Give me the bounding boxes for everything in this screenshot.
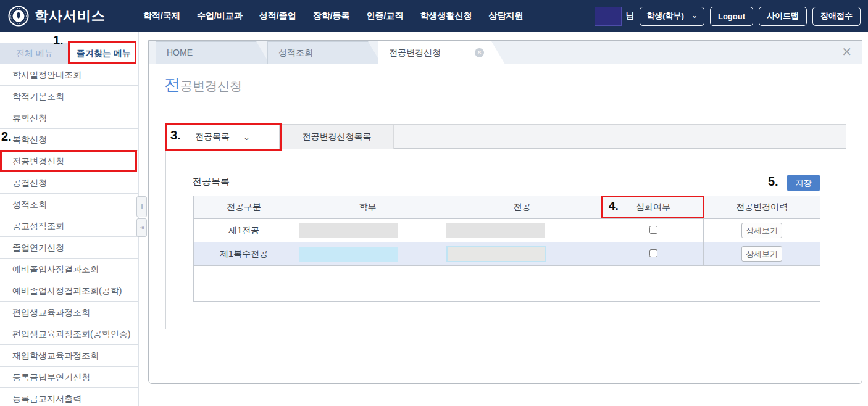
menu-item-saenghwal[interactable]: 학생생활신청 (420, 10, 472, 22)
sidebar-item-record[interactable]: 학적기본조회 (0, 86, 138, 107)
window-tab-home[interactable]: HOME (156, 41, 270, 64)
sidebar-item-pregrad-result[interactable]: 예비졸업사정결과조회 (0, 259, 138, 280)
tab-close-icon[interactable]: ✕ (475, 48, 484, 57)
tab-change-request-label: 전공변경신청목록 (303, 131, 372, 143)
chevron-down-icon: ⌄ (691, 12, 698, 19)
cell-history: 상세보기 (704, 219, 820, 242)
detail-view-button[interactable]: 상세보기 (741, 223, 782, 238)
advanced-checkbox[interactable] (649, 249, 657, 257)
role-select-value: 학생(학부) (646, 10, 684, 22)
annotation-number-5: 5. (768, 175, 778, 189)
menu-item-hakjeok[interactable]: 학적/국제 (143, 10, 180, 22)
app-title: 학사서비스 (35, 7, 106, 25)
cell-category: 제1복수전공 (194, 242, 294, 266)
cell-category: 제1전공 (194, 219, 294, 242)
sidebar-item-grades[interactable]: 성적조회 (0, 194, 138, 215)
university-emblem-icon (8, 6, 29, 27)
menu-item-janghak[interactable]: 장학/등록 (313, 10, 350, 22)
sidebar-item-posted-grades[interactable]: 공고성적조회 (0, 215, 138, 237)
chevron-down-icon: ⌄ (243, 133, 250, 142)
tab-change-request-list[interactable]: 전공변경신청목록 (280, 125, 394, 149)
sidebar-menu: 학사일정안내조회 학적기본조회 휴학신청 복학신청 전공변경신청 공결신청 성적… (0, 64, 138, 406)
annotation-number-3: 3. (170, 128, 181, 143)
logout-button[interactable]: Logout (710, 7, 753, 26)
menu-item-sueop[interactable]: 수업/비교과 (197, 10, 243, 22)
sidebar-item-tuition-bill[interactable]: 등록금고지서출력 (0, 388, 138, 406)
window-tab-major-change[interactable]: 전공변경신청 ✕ (378, 41, 505, 64)
table-header-row: 전공구분 학부 전공 심화여부 전공변경이력 (194, 196, 820, 219)
brand: 학사서비스 (0, 6, 143, 27)
sidebar-item-pregrad-result-eng[interactable]: 예비졸업사정결과조회(공학) (0, 280, 138, 302)
sidebar-item-grad-defer[interactable]: 졸업연기신청 (0, 237, 138, 259)
user-name-redacted (595, 7, 622, 26)
main-content-window: HOME 성적조회 전공변경신청 ✕ ✕ 전공변경신청 전공목록 ⌄ 전공변경신… (148, 40, 862, 384)
save-button[interactable]: 저장 (787, 175, 820, 191)
top-navbar: 학사서비스 학적/국제 수업/비교과 성적/졸업 장학/등록 인증/교직 학생생… (0, 0, 868, 32)
sidebar-item-schedule[interactable]: 학사일정안내조회 (0, 64, 138, 86)
sidebar-item-major-change[interactable]: 전공변경신청 (0, 151, 138, 172)
major-table-wrap: 전공구분 학부 전공 심화여부 전공변경이력 제1전공 상세보기 제1복수전공 (193, 196, 820, 302)
page-title-first-char: 전 (164, 75, 180, 94)
cell-history: 상세보기 (704, 242, 820, 266)
tab-major-list[interactable]: 전공목록 ⌄ (166, 125, 280, 149)
sidebar-tab-favorites[interactable]: 즐겨찾는 메뉴 (69, 43, 139, 64)
col-header-category: 전공구분 (194, 196, 294, 219)
sidebar-item-leave[interactable]: 휴학신청 (0, 107, 138, 129)
support-button[interactable]: 장애접수 (812, 7, 861, 26)
cell-faculty (294, 219, 441, 242)
cell-advanced (603, 242, 704, 266)
page-title-rest: 공변경신청 (180, 79, 242, 93)
window-tab-grades[interactable]: 성적조회 (267, 41, 382, 64)
col-header-faculty: 학부 (294, 196, 441, 219)
sidebar-item-tuition-defer[interactable]: 등록금납부연기신청 (0, 367, 138, 388)
table-empty-area (194, 266, 820, 302)
sidebar-collapse-button[interactable]: ⇥ (136, 218, 147, 237)
redacted-value (446, 223, 545, 238)
redacted-value (299, 223, 398, 238)
redacted-value-focused (446, 246, 546, 262)
cell-major (441, 219, 603, 242)
sidebar-item-absence[interactable]: 공결신청 (0, 172, 138, 194)
content-tab-bar: 전공목록 ⌄ 전공변경신청목록 3. (165, 124, 846, 149)
redacted-value-selected (299, 247, 398, 262)
role-select[interactable]: 학생(학부) ⌄ (640, 7, 704, 26)
menu-item-sangdam[interactable]: 상담지원 (488, 10, 523, 22)
annotation-number-1: 1. (53, 33, 64, 48)
navbar-user-area: 님 학생(학부) ⌄ Logout 사이트맵 장애접수 (595, 0, 861, 32)
window-tab-label: 전공변경신청 (389, 48, 441, 57)
sidebar: 전체 메뉴 즐겨찾는 메뉴 학사일정안내조회 학적기본조회 휴학신청 복학신청 … (0, 32, 139, 406)
page-title: 전공변경신청 (164, 74, 242, 96)
tab-major-list-label: 전공목록 (195, 131, 230, 143)
cell-advanced (603, 219, 704, 242)
menu-item-injeung[interactable]: 인증/교직 (367, 10, 404, 22)
major-list-panel: 전공목록 5. 저장 전공구분 학부 전공 심화여부 전공변경이력 제1전공 상… (165, 149, 846, 329)
advanced-checkbox[interactable] (649, 226, 657, 234)
sidebar-resize-handle[interactable]: ‖ (136, 196, 147, 217)
sidebar-item-readmit-curriculum[interactable]: 재입학생교육과정조회 (0, 345, 138, 367)
sidebar-tabs: 전체 메뉴 즐겨찾는 메뉴 (0, 43, 138, 64)
annotation-number-2: 2. (1, 130, 12, 144)
sidebar-item-transfer-curriculum-eng[interactable]: 편입생교육과정조회(공학인증) (0, 323, 138, 345)
global-menu: 학적/국제 수업/비교과 성적/졸업 장학/등록 인증/교직 학생생활신청 상담… (143, 10, 523, 22)
menu-item-seongjeok[interactable]: 성적/졸업 (259, 10, 296, 22)
annotation-number-4: 4. (609, 199, 619, 213)
section-title: 전공목록 (193, 176, 230, 188)
table-row: 제1전공 상세보기 (194, 219, 820, 242)
cell-faculty (294, 242, 441, 266)
cell-major (441, 242, 603, 266)
table-row: 제1복수전공 상세보기 (194, 242, 820, 266)
col-header-history: 전공변경이력 (704, 196, 820, 219)
window-tab-bar: HOME 성적조회 전공변경신청 ✕ ✕ (149, 41, 862, 64)
sidebar-item-transfer-curriculum[interactable]: 편입생교육과정조회 (0, 302, 138, 323)
sitemap-button[interactable]: 사이트맵 (759, 7, 807, 26)
col-header-major: 전공 (441, 196, 603, 219)
user-suffix-label: 님 (625, 10, 634, 22)
detail-view-button[interactable]: 상세보기 (741, 246, 782, 262)
major-table: 전공구분 학부 전공 심화여부 전공변경이력 제1전공 상세보기 제1복수전공 (193, 196, 820, 302)
sidebar-item-return[interactable]: 복학신청 (0, 129, 138, 151)
close-icon[interactable]: ✕ (841, 46, 852, 58)
